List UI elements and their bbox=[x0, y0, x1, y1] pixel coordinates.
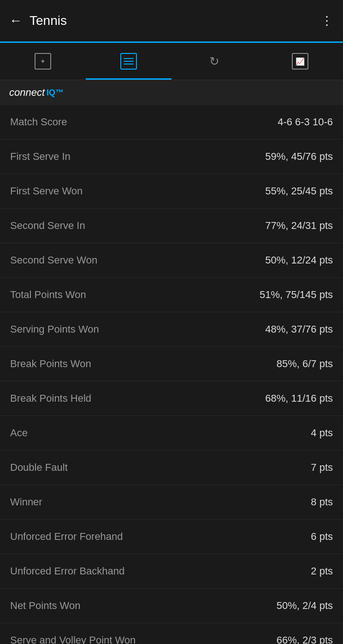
stat-value: 6 pts bbox=[311, 531, 333, 543]
stats-list: Match Score4-6 6-3 10-6First Serve In59%… bbox=[0, 105, 343, 644]
tab-repeat[interactable]: ↻ bbox=[172, 48, 257, 74]
table-row: First Serve In59%, 45/76 pts bbox=[0, 140, 343, 174]
table-row: Second Serve In77%, 24/31 pts bbox=[0, 209, 343, 243]
table-row: Serve and Volley Point Won66%, 2/3 pts bbox=[0, 623, 343, 644]
stat-value: 50%, 2/4 pts bbox=[277, 600, 333, 612]
activity-icon bbox=[35, 53, 51, 70]
stat-label: Match Score bbox=[10, 116, 270, 128]
table-row: Net Points Won50%, 2/4 pts bbox=[0, 589, 343, 623]
table-row: Second Serve Won50%, 12/24 pts bbox=[0, 243, 343, 278]
list-icon bbox=[120, 53, 137, 70]
stat-label: Unforced Error Backhand bbox=[10, 565, 303, 577]
stat-value: 77%, 24/31 pts bbox=[265, 220, 333, 232]
header: ← Tennis ⋮ bbox=[0, 0, 343, 41]
stat-value: 51%, 75/145 pts bbox=[260, 289, 333, 301]
stat-value: 2 pts bbox=[311, 565, 333, 577]
stat-label: Serve and Volley Point Won bbox=[10, 634, 269, 644]
stat-label: Break Points Held bbox=[10, 392, 258, 404]
stat-value: 55%, 25/45 pts bbox=[265, 185, 333, 197]
stat-label: Unforced Error Forehand bbox=[10, 531, 303, 543]
back-button[interactable]: ← bbox=[9, 13, 22, 28]
stat-value: 66%, 2/3 pts bbox=[277, 634, 333, 644]
stat-label: Total Points Won bbox=[10, 289, 252, 301]
table-row: Winner8 pts bbox=[0, 485, 343, 520]
stat-value: 8 pts bbox=[311, 496, 333, 508]
stat-value: 4-6 6-3 10-6 bbox=[278, 116, 333, 128]
stat-label: Net Points Won bbox=[10, 600, 269, 612]
connect-text: connect bbox=[9, 87, 45, 99]
stat-value: 68%, 11/16 pts bbox=[265, 392, 333, 404]
stat-value: 4 pts bbox=[311, 427, 333, 439]
table-row: Serving Points Won48%, 37/76 pts bbox=[0, 312, 343, 347]
table-row: Unforced Error Backhand2 pts bbox=[0, 554, 343, 589]
tab-chart[interactable] bbox=[257, 48, 343, 74]
stat-label: Second Serve Won bbox=[10, 254, 258, 266]
iq-text: IQ™ bbox=[47, 88, 64, 98]
table-row: Break Points Won85%, 6/7 pts bbox=[0, 347, 343, 381]
tab-activity[interactable] bbox=[0, 48, 86, 74]
table-row: Break Points Held68%, 11/16 pts bbox=[0, 381, 343, 416]
table-row: Unforced Error Forehand6 pts bbox=[0, 520, 343, 554]
stat-label: Double Fault bbox=[10, 462, 303, 474]
stat-value: 50%, 12/24 pts bbox=[265, 254, 333, 266]
repeat-icon: ↻ bbox=[206, 53, 223, 70]
stat-label: Winner bbox=[10, 496, 303, 508]
table-row: Match Score4-6 6-3 10-6 bbox=[0, 105, 343, 140]
table-row: Ace4 pts bbox=[0, 416, 343, 451]
stat-label: Second Serve In bbox=[10, 220, 258, 232]
chart-icon bbox=[292, 53, 308, 70]
page-title: Tennis bbox=[30, 13, 67, 28]
tab-list[interactable] bbox=[86, 48, 172, 74]
stat-value: 59%, 45/76 pts bbox=[265, 151, 333, 163]
stat-label: Ace bbox=[10, 427, 303, 439]
tab-bar: ↻ bbox=[0, 43, 343, 80]
stat-value: 48%, 37/76 pts bbox=[265, 323, 333, 335]
stat-value: 7 pts bbox=[311, 462, 333, 474]
table-row: Double Fault7 pts bbox=[0, 451, 343, 485]
header-left: ← Tennis bbox=[9, 13, 67, 28]
stat-value: 85%, 6/7 pts bbox=[277, 358, 333, 370]
stat-label: Serving Points Won bbox=[10, 323, 258, 335]
stat-label: Break Points Won bbox=[10, 358, 269, 370]
table-row: Total Points Won51%, 75/145 pts bbox=[0, 278, 343, 312]
stat-label: First Serve In bbox=[10, 151, 258, 163]
stat-label: First Serve Won bbox=[10, 185, 258, 197]
menu-button[interactable]: ⋮ bbox=[321, 14, 334, 28]
connect-iq-banner: connect IQ™ bbox=[0, 80, 343, 105]
table-row: First Serve Won55%, 25/45 pts bbox=[0, 174, 343, 209]
